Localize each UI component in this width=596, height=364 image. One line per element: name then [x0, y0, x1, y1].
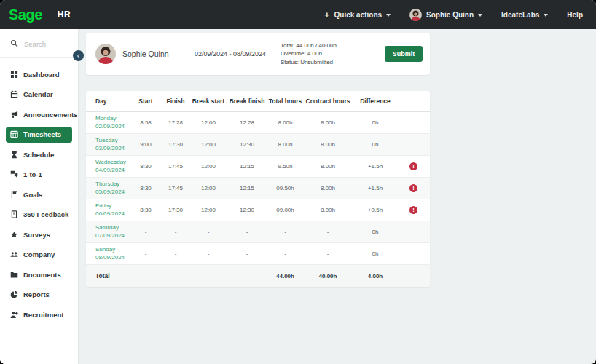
column-header-day: Day: [86, 98, 131, 105]
day-name: Monday: [95, 115, 116, 122]
sidebar-item-label: Documents: [23, 271, 61, 279]
overtime-warning-icon[interactable]: !: [409, 184, 417, 192]
sidebar-item-label: Announcements: [23, 111, 77, 119]
cell-finish: -: [160, 273, 191, 280]
sidebar-item-calendar[interactable]: Calendar: [0, 87, 78, 103]
cell-finish: -: [160, 229, 191, 235]
cell-start: 8:30: [131, 185, 160, 191]
sidebar-item-goals[interactable]: Goals: [0, 186, 78, 202]
cell-break-start: 12:00: [191, 141, 226, 148]
sidebar-item-timesheets[interactable]: Timesheets: [6, 127, 72, 143]
cell-finish: 17:45: [160, 185, 191, 191]
day-cell: Friday06/09/2024: [86, 202, 131, 218]
overtime-warning-icon[interactable]: !: [409, 206, 417, 214]
avatar: [409, 9, 422, 21]
cell-break-start: 12:00: [191, 185, 226, 191]
app-window: Sage HR + Quick actions Sophie Quinn Ide…: [0, 0, 596, 364]
sidebar-item-dashboard[interactable]: Dashboard: [0, 66, 78, 82]
topbar: Sage HR + Quick actions Sophie Quinn Ide…: [0, 0, 596, 29]
company-menu[interactable]: IdeateLabs: [501, 11, 548, 19]
cell-start: 9:00: [131, 141, 160, 148]
cell-difference: +1.5h: [353, 185, 397, 191]
plus-icon: +: [324, 10, 330, 20]
timesheet-icon: [10, 130, 18, 138]
star-icon: [10, 231, 18, 239]
cell-break-finish: 12:30: [226, 207, 268, 213]
sidebar-item-label: Surveys: [23, 231, 50, 239]
cell-difference: 0h: [353, 250, 397, 257]
summary-total: Total: 44.00h / 40.00h: [281, 41, 337, 50]
cell-finish: 17:30: [160, 141, 191, 148]
sidebar-item-announcements[interactable]: Announcements: [0, 106, 78, 122]
cell-finish: 17:28: [160, 119, 191, 126]
day-cell: Wednesday04/09/2024: [86, 159, 131, 174]
sidebar-item-surveys[interactable]: Surveys: [0, 226, 78, 242]
main-content: Sophie Quinn 02/09/2024 - 08/09/2024 Tot…: [79, 29, 596, 364]
summary-status: Status: Unsubmitted: [281, 58, 337, 66]
sidebar-nav: DashboardCalendarAnnouncementsTimesheets…: [0, 58, 78, 323]
table-row-saturday[interactable]: Saturday07/09/2024------0h: [86, 221, 430, 243]
cell-start: 8:30: [131, 163, 160, 170]
cell-break-finish: -: [226, 273, 268, 280]
search-input[interactable]: [23, 39, 71, 49]
sidebar-item-360-feedback[interactable]: 360 Feedback: [0, 207, 78, 223]
table-row-friday[interactable]: Friday06/09/20248:3017:3012:0012:3009.00…: [86, 199, 430, 221]
flag-icon: [10, 191, 18, 199]
day-date: 04/09/2024: [95, 167, 125, 173]
sidebar-item-label: Reports: [23, 290, 50, 298]
folder-icon: [10, 271, 18, 279]
summary-overtime: Overtime: 4.00h: [281, 50, 337, 58]
table-row-thursday[interactable]: Thursday05/09/20248:3017:4512:0012:1509.…: [86, 178, 430, 199]
product-name: HR: [58, 9, 71, 20]
sidebar-item-documents[interactable]: Documents: [0, 266, 78, 282]
cell-break-finish: 12:28: [226, 119, 268, 126]
cell-finish: 17:30: [160, 207, 191, 213]
cell-break-finish: -: [226, 229, 268, 235]
sidebar-item-reports[interactable]: Reports: [0, 287, 78, 303]
day-name: Wednesday: [95, 159, 126, 165]
table-row-wednesday[interactable]: Wednesday04/09/20248:3017:4512:0012:159.…: [86, 156, 430, 178]
cell-break-start: 12:00: [191, 207, 226, 213]
dashboard-icon: [10, 71, 18, 79]
cell-finish: 17:45: [160, 163, 191, 170]
day-cell: Sunday08/09/2024: [86, 246, 131, 261]
sidebar-item-1-to-1[interactable]: 1-to-1: [0, 167, 78, 183]
cell-difference: +0.5h: [353, 207, 397, 213]
column-header-total-hours: Total hours: [268, 98, 302, 105]
day-date: 05/09/2024: [95, 189, 125, 195]
day-name: Sunday: [95, 246, 115, 253]
cell-warning: !: [397, 184, 430, 192]
sidebar-item-label: Goals: [23, 191, 42, 199]
overtime-warning-icon[interactable]: !: [409, 162, 417, 170]
cell-total-hours: 8.00h: [268, 119, 302, 126]
cell-total-hours: 9.50h: [268, 163, 302, 170]
sidebar-item-label: Recruitment: [23, 311, 63, 319]
search-box[interactable]: [0, 29, 78, 58]
cell-difference: 0h: [353, 119, 397, 126]
app-body: DashboardCalendarAnnouncementsTimesheets…: [0, 29, 596, 364]
cell-warning: !: [397, 206, 430, 214]
sidebar-item-label: Dashboard: [23, 71, 60, 79]
timesheet-table: DayStartFinishBreak startBreak finishTot…: [86, 91, 430, 287]
cell-contract-hours: 8.00h: [302, 207, 353, 213]
cell-total-hours: 09.50h: [268, 185, 302, 191]
sidebar-item-recruitment[interactable]: Recruitment: [0, 306, 78, 323]
column-header-break-start: Break start: [191, 98, 226, 105]
submit-button[interactable]: Submit: [385, 46, 423, 62]
table-row-monday[interactable]: Monday02/09/20248:5817:2812:0012:288.00h…: [86, 112, 430, 134]
sidebar-collapse-button[interactable]: ‹: [73, 50, 84, 61]
sidebar-item-schedule[interactable]: Schedule: [0, 146, 78, 162]
cell-start: -: [131, 250, 160, 257]
user-menu[interactable]: Sophie Quinn: [409, 9, 482, 21]
table-row-sunday[interactable]: Sunday08/09/2024------0h: [86, 243, 430, 265]
cell-break-finish: 12:15: [226, 185, 268, 191]
help-label: Help: [567, 11, 583, 19]
person-add-icon: [10, 311, 18, 319]
quick-actions-button[interactable]: + Quick actions: [324, 10, 391, 20]
help-link[interactable]: Help: [567, 11, 583, 19]
sage-logo[interactable]: Sage: [9, 7, 42, 23]
sidebar-item-label: 360 Feedback: [23, 210, 68, 218]
sidebar-item-company[interactable]: Company: [0, 247, 78, 263]
user-name: Sophie Quinn: [426, 11, 474, 19]
table-row-tuesday[interactable]: Tuesday03/09/20249:0017:3012:0012:308.00…: [86, 134, 430, 156]
